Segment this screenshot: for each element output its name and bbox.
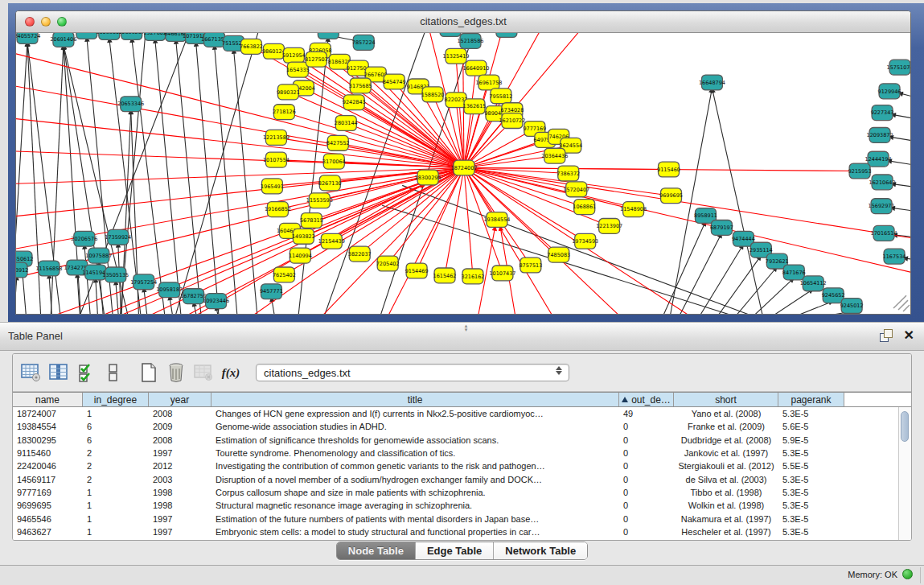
cell-name[interactable]: 18300295 [13, 435, 83, 445]
cell-in_degree[interactable]: 2 [83, 475, 149, 484]
graph-node[interactable]: 7663822 [240, 39, 263, 54]
cell-out_degree[interactable]: 0 [619, 514, 674, 524]
window-resize-grip[interactable] [893, 295, 910, 311]
graph-node[interactable]: 1140994 [289, 248, 312, 263]
cell-out_degree[interactable]: 0 [619, 527, 674, 537]
table-row[interactable]: 1830029562008Estimation of significance … [13, 434, 911, 447]
graph-node[interactable]: 17957254 [130, 274, 157, 290]
graph-node[interactable]: 9154469 [405, 263, 429, 278]
cell-in_degree[interactable]: 6 [83, 435, 149, 445]
cell-pagerank[interactable]: 5.6E-5 [778, 422, 844, 431]
cell-pagerank[interactable]: 5.5E-5 [778, 461, 844, 471]
cell-year[interactable]: 1998 [149, 488, 211, 497]
cell-short[interactable]: Franke et al. (2009) [674, 422, 778, 431]
cell-year[interactable]: 1997 [149, 448, 211, 458]
cell-in_degree[interactable]: 1 [83, 409, 149, 418]
graph-node[interactable]: 13505135 [102, 267, 129, 282]
select-all-icon[interactable] [74, 360, 98, 385]
graph-node[interactable]: 20653346 [117, 97, 144, 112]
cell-pagerank[interactable]: 5.9E-5 [778, 435, 844, 445]
graph-node[interactable]: 7857224 [352, 35, 376, 50]
network-window-titlebar[interactable]: citations_edges.txt [16, 11, 910, 33]
graph-node[interactable]: 11156858 [35, 261, 62, 276]
cell-title[interactable]: Genome-wide association studies in ADHD. [211, 422, 619, 431]
new-column-icon[interactable] [137, 360, 161, 385]
cell-title[interactable]: Structural magnetic resonance image aver… [211, 501, 619, 510]
cell-out_degree[interactable]: 0 [619, 422, 674, 431]
cell-title[interactable]: Investigating the contribution of common… [211, 461, 619, 471]
graph-node[interactable]: 2057682 [495, 33, 518, 37]
cell-year[interactable]: 2008 [149, 409, 211, 418]
column-header-in_degree[interactable]: in_degree [83, 393, 149, 406]
cell-pagerank[interactable]: 5.3E-5 [778, 488, 844, 497]
graph-node[interactable]: 12154439 [318, 233, 345, 249]
cell-out_degree[interactable]: 0 [619, 488, 674, 497]
clear-selection-icon[interactable] [101, 360, 125, 385]
graph-node[interactable]: 19384554 [483, 212, 510, 228]
cell-year[interactable]: 1997 [149, 527, 211, 537]
cell-out_degree[interactable]: 49 [619, 409, 674, 418]
graph-node[interactable]: 5912954 [282, 47, 306, 63]
cell-in_degree[interactable]: 2 [83, 461, 149, 471]
cell-title[interactable]: Corpus callosum shape and size in male p… [211, 488, 619, 497]
scrollbar-thumb[interactable] [901, 411, 909, 442]
cell-name[interactable]: 22420046 [13, 461, 83, 471]
graph-node[interactable]: 8127503 [305, 51, 328, 67]
cell-short[interactable]: Nakamura et al. (1997) [674, 514, 778, 524]
cell-title[interactable]: Tourette syndrome. Phenomenology and cla… [211, 448, 619, 458]
cell-year[interactable]: 2012 [149, 461, 211, 471]
graph-node[interactable]: 2718126 [273, 105, 296, 120]
graph-node[interactable]: 8471676 [782, 265, 806, 280]
cell-out_degree[interactable]: 0 [619, 475, 674, 484]
graph-node[interactable]: 7386372 [556, 166, 580, 181]
graph-node[interactable]: 1362615 [463, 99, 487, 114]
graph-node[interactable]: 9242843 [343, 95, 366, 110]
graph-node[interactable]: 12213907 [596, 219, 622, 234]
cell-out_degree[interactable]: 0 [619, 501, 674, 510]
cell-out_degree[interactable]: 0 [619, 461, 674, 471]
cell-title[interactable]: Estimation of significance thresholds fo… [211, 435, 619, 445]
graph-node[interactable]: 12213589 [263, 130, 290, 145]
graph-node[interactable]: 10958187 [156, 282, 183, 298]
cell-short[interactable]: Yano et al. (2008) [674, 409, 778, 418]
cell-in_degree[interactable]: 6 [83, 422, 149, 431]
cell-in_degree[interactable]: 1 [83, 527, 149, 537]
tab-edge-table[interactable]: Edge Table [416, 542, 494, 559]
cell-year[interactable]: 2009 [149, 422, 211, 431]
table-row[interactable]: 946362711997Embryonic stem cells: a mode… [13, 525, 911, 538]
graph-node[interactable]: 19734593 [572, 233, 598, 249]
cell-title[interactable]: Disruption of a novel member of a sodium… [211, 475, 619, 484]
graph-node[interactable]: 18313054 [437, 33, 464, 36]
graph-node[interactable]: 3822037 [348, 246, 372, 262]
graph-node-hub[interactable]: 18724007 [451, 160, 478, 175]
table-row[interactable]: 911546021997Tourette syndrome. Phenomeno… [13, 447, 911, 459]
graph-node[interactable]: 1965491 [261, 179, 284, 194]
graph-node[interactable]: 11548908 [620, 202, 647, 217]
column-header-year[interactable]: year [149, 393, 211, 406]
graph-node[interactable]: 1527602 [143, 33, 166, 40]
cell-pagerank[interactable]: 5.3E-5 [778, 409, 844, 418]
graph-node[interactable]: 8454749 [383, 74, 406, 89]
column-header-title[interactable]: title [211, 393, 619, 406]
cell-name[interactable]: 18724007 [13, 409, 83, 418]
graph-node[interactable]: 2803144 [335, 116, 358, 131]
cell-pagerank[interactable]: 5.3E-5 [778, 501, 844, 510]
graph-node[interactable]: 20364436 [541, 148, 568, 163]
graph-node[interactable]: 24055724 [16, 33, 40, 43]
network-canvas[interactable]: 2405572420691406260338095603380910653287… [16, 33, 910, 314]
cell-short[interactable]: de Silva et al. (2003) [674, 475, 778, 484]
float-panel-icon[interactable] [880, 329, 893, 342]
graph-node[interactable]: 6879197 [710, 220, 733, 236]
table-row[interactable]: 1938455462009Genome-wide association stu… [13, 420, 911, 433]
column-header-out_degree[interactable]: out_de… [619, 393, 674, 406]
table-row[interactable]: 1872400712008Changes of HCN gene express… [13, 407, 911, 420]
graph-node[interactable]: 16961758 [475, 75, 502, 90]
splitter-handle[interactable]: ▴▾ [462, 323, 470, 328]
graph-node[interactable]: 5678315 [300, 213, 323, 229]
graph-node[interactable]: 7205402 [376, 256, 400, 271]
cell-short[interactable]: Stergiakouli et al. (2012) [674, 461, 778, 471]
graph-node[interactable]: 18300295 [415, 170, 441, 185]
graph-node[interactable]: 10975887 [85, 248, 112, 263]
graph-node[interactable]: 3216162 [462, 269, 485, 284]
cell-name[interactable]: 14569117 [13, 475, 83, 484]
